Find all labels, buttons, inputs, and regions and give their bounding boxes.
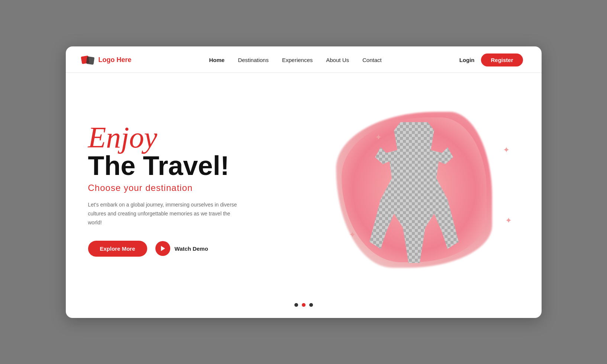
dot-1[interactable] [294, 303, 298, 307]
hero-section: Enjoy The Travel! Choose your destinatio… [66, 73, 542, 303]
nav-item-destinations[interactable]: Destinations [238, 57, 269, 64]
nav-actions: Login Register [459, 53, 523, 66]
page-container: Logo Here Home Destinations Experiences … [66, 46, 542, 318]
nav-link-about[interactable]: About Us [326, 57, 349, 63]
dot-3[interactable] [309, 303, 313, 307]
nav-links: Home Destinations Experiences About Us C… [209, 57, 381, 64]
logo: Logo Here [81, 53, 132, 67]
logo-icon [81, 53, 95, 67]
watch-demo-button[interactable]: Watch Demo [155, 241, 208, 256]
nav-link-home[interactable]: Home [209, 57, 225, 63]
nav-item-home[interactable]: Home [209, 57, 225, 64]
navbar: Logo Here Home Destinations Experiences … [66, 46, 542, 73]
nav-item-experiences[interactable]: Experiences [282, 57, 313, 64]
svg-rect-1 [86, 56, 94, 65]
register-button[interactable]: Register [481, 53, 523, 66]
hero-description: Let's embark on a global journey, immers… [88, 201, 244, 227]
nav-item-about[interactable]: About Us [326, 57, 349, 64]
login-button[interactable]: Login [459, 57, 475, 63]
hero-actions: Explore More Watch Demo [88, 241, 297, 257]
play-triangle [160, 246, 165, 251]
logo-text: Logo Here [99, 56, 132, 64]
person-illustration [358, 122, 470, 263]
hero-illustration: ✦ ✦ ✦ ✦ [306, 101, 523, 279]
sparkle-icon-2: ✦ [503, 145, 510, 155]
explore-button[interactable]: Explore More [88, 241, 147, 257]
hero-subtitle: Choose your destination [88, 183, 297, 193]
nav-link-experiences[interactable]: Experiences [282, 57, 313, 63]
checkered-fill [358, 122, 470, 263]
sparkle-icon-4: ✦ [349, 230, 356, 240]
hero-title-enjoy: Enjoy [88, 123, 297, 152]
hero-content: Enjoy The Travel! Choose your destinatio… [88, 123, 297, 256]
hero-title-travel: The Travel! [88, 152, 297, 179]
dot-2[interactable] [302, 303, 306, 307]
play-icon [155, 241, 170, 256]
nav-link-contact[interactable]: Contact [362, 57, 382, 63]
watch-demo-label: Watch Demo [175, 246, 208, 252]
nav-link-destinations[interactable]: Destinations [238, 57, 269, 63]
svg-marker-2 [161, 246, 165, 251]
sparkle-icon-3: ✦ [505, 216, 512, 225]
pagination [66, 303, 542, 318]
sparkle-icon-1: ✦ [375, 133, 382, 142]
nav-item-contact[interactable]: Contact [362, 57, 382, 64]
